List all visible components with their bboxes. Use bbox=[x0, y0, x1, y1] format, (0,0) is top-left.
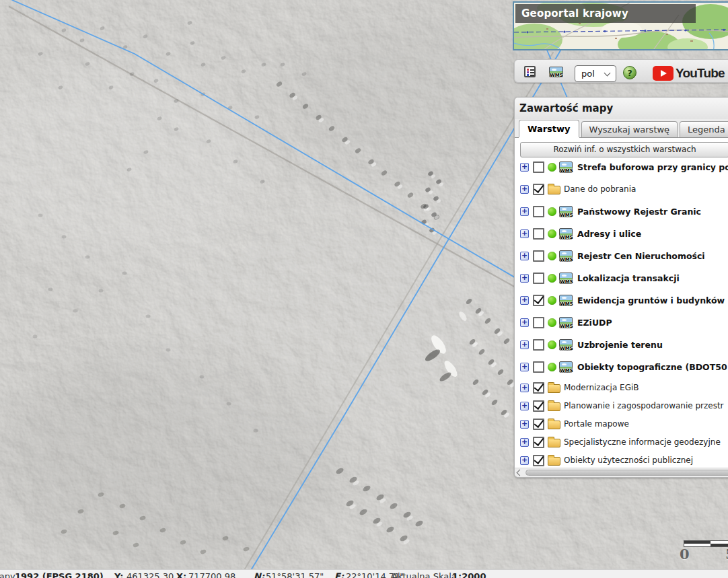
scale-label: Aktualna Skala bbox=[392, 571, 457, 578]
map-contents-icon[interactable] bbox=[524, 66, 536, 77]
layer-label[interactable]: Lokalizacja transakcji bbox=[577, 273, 680, 283]
status-dot-icon bbox=[548, 274, 556, 283]
layer-checkbox[interactable] bbox=[533, 206, 544, 217]
layer-checkbox[interactable] bbox=[533, 273, 544, 284]
tab[interactable]: Legenda bbox=[680, 121, 728, 137]
layer-label[interactable]: Dane do pobrania bbox=[564, 184, 636, 194]
layer-checkbox[interactable] bbox=[533, 437, 544, 448]
layer-row: +WMSUzbrojenie terenu bbox=[520, 336, 728, 353]
layer-label[interactable]: Adresy i ulice bbox=[577, 229, 641, 239]
scrollbar-thumb[interactable] bbox=[525, 470, 728, 476]
layer-checkbox[interactable] bbox=[533, 295, 544, 306]
expand-plus-icon[interactable]: + bbox=[520, 456, 529, 465]
expand-plus-icon[interactable]: + bbox=[520, 207, 529, 216]
layer-label[interactable]: Obiekty użyteczności publicznej bbox=[564, 456, 693, 465]
wms-icon: WMS bbox=[559, 228, 573, 240]
status-dot-icon bbox=[548, 340, 556, 349]
n-label: N: bbox=[254, 571, 264, 578]
layer-label[interactable]: Obiekty topograficzne (BDOT50 bbox=[577, 362, 727, 372]
expand-plus-icon[interactable]: + bbox=[520, 185, 529, 194]
expand-plus-icon[interactable]: + bbox=[520, 296, 529, 305]
wms-icon: WMS bbox=[559, 250, 573, 262]
layer-row: +Portale mapowe bbox=[520, 415, 728, 433]
layer-checkbox[interactable] bbox=[533, 339, 544, 351]
folder-icon bbox=[548, 384, 560, 393]
wms-icon: WMS bbox=[559, 161, 573, 173]
tab[interactable]: Wyszukaj warstwę bbox=[581, 121, 678, 137]
tab[interactable]: Warstwy bbox=[519, 120, 579, 137]
layer-row: +Specjalistyczne informacje geodezyjne bbox=[520, 433, 728, 451]
crs-value: 1992 (EPSG 2180) bbox=[15, 571, 104, 578]
status-dot-icon bbox=[548, 318, 556, 327]
wms-icon: WMS bbox=[559, 317, 573, 328]
youtube-link[interactable]: YouTube bbox=[653, 66, 725, 81]
layer-row: +Dane do pobrania bbox=[520, 180, 728, 198]
layer-checkbox[interactable] bbox=[533, 317, 544, 328]
help-button[interactable]: ? bbox=[623, 66, 636, 79]
layer-row: +WMSObiekty topograficzne (BDOT50 bbox=[520, 358, 728, 375]
overview-map[interactable]: Geoportal krajowy bbox=[513, 1, 728, 50]
scale-bar-right-value: 5 bbox=[725, 546, 728, 563]
wms-icon: WMS bbox=[559, 206, 573, 217]
expand-plus-icon[interactable]: + bbox=[520, 163, 529, 172]
layer-label[interactable]: Portale mapowe bbox=[564, 419, 629, 429]
status-bar: mapy 1992 (EPSG 2180) Y: 461325.30 X: 71… bbox=[0, 569, 728, 578]
expand-plus-icon[interactable]: + bbox=[520, 229, 529, 238]
layer-label[interactable]: Planowanie i zagospodarowanie przestr bbox=[564, 401, 724, 410]
folder-icon bbox=[548, 439, 560, 447]
layer-checkbox[interactable] bbox=[533, 184, 544, 195]
folder-icon bbox=[548, 186, 560, 194]
layer-label[interactable]: Specjalistyczne informacje geodezyjne bbox=[564, 437, 721, 447]
layer-row: +WMSEwidencja gruntów i budynków bbox=[520, 291, 728, 309]
layer-label[interactable]: Strefa buforowa przy granicy po bbox=[577, 162, 728, 172]
layer-checkbox[interactable] bbox=[533, 250, 544, 262]
layer-label[interactable]: Uzbrojenie terenu bbox=[577, 340, 663, 350]
expand-plus-icon[interactable]: + bbox=[520, 438, 529, 447]
layer-label[interactable]: Rejestr Cen Nieruchomości bbox=[577, 251, 705, 261]
tab-bar: WarstwyWyszukaj warstwęLegenda bbox=[515, 119, 728, 138]
layer-row: +WMSLokalizacja transakcji bbox=[520, 269, 728, 287]
scale-value: 1:2000 bbox=[452, 571, 486, 578]
layer-checkbox[interactable] bbox=[533, 361, 544, 373]
expand-plus-icon[interactable]: + bbox=[520, 420, 529, 429]
expand-plus-icon[interactable]: + bbox=[520, 318, 529, 327]
layer-label[interactable]: Modernizacja EGiB bbox=[564, 383, 639, 392]
expand-plus-icon[interactable]: + bbox=[520, 252, 529, 260]
layer-row: +Modernizacja EGiB bbox=[520, 379, 728, 396]
layer-label[interactable]: Ewidencja gruntów i budynków bbox=[577, 295, 725, 305]
n-value: 51°58'31.57" bbox=[266, 571, 324, 578]
layer-label[interactable]: Państwowy Rejestr Granic bbox=[577, 207, 701, 217]
y-label: Y: bbox=[114, 571, 123, 578]
language-select[interactable]: pol bbox=[575, 65, 616, 82]
layer-row: +WMSEZiUDP bbox=[520, 314, 728, 331]
x-label: X: bbox=[176, 571, 186, 578]
layer-label[interactable]: EZiUDP bbox=[577, 318, 612, 328]
layers-tab-content: Rozwiń inf. o wszystkich warstwach +WMSS… bbox=[515, 138, 728, 469]
layer-row: +Planowanie i zagospodarowanie przestr bbox=[520, 397, 728, 414]
expand-plus-icon[interactable]: + bbox=[520, 340, 529, 349]
expand-plus-icon[interactable]: + bbox=[520, 402, 529, 410]
youtube-play-icon bbox=[653, 66, 674, 81]
layer-checkbox[interactable] bbox=[533, 419, 544, 430]
expand-plus-icon[interactable]: + bbox=[520, 384, 529, 392]
wms-services-icon[interactable]: WMS bbox=[549, 67, 563, 77]
top-toolbar: WMS pol ? YouTube bbox=[514, 59, 728, 83]
status-dot-icon bbox=[548, 207, 556, 216]
x-value: 717700.98 bbox=[188, 571, 235, 578]
map-contents-panel: Zawartość mapy WarstwyWyszukaj warstwęLe… bbox=[514, 97, 728, 478]
layer-row: +WMSRejestr Cen Nieruchomości bbox=[520, 247, 728, 264]
chevron-down-icon bbox=[604, 70, 611, 77]
layer-checkbox[interactable] bbox=[533, 455, 544, 466]
chevron-left-icon[interactable] bbox=[517, 470, 523, 476]
layer-checkbox[interactable] bbox=[533, 382, 544, 394]
layer-row: +WMSPaństwowy Rejestr Granic bbox=[520, 203, 728, 220]
expand-all-layers-button[interactable]: Rozwiń inf. o wszystkich warstwach bbox=[520, 142, 728, 157]
layer-checkbox[interactable] bbox=[533, 400, 544, 412]
layer-checkbox[interactable] bbox=[533, 228, 544, 240]
horizontal-scrollbar[interactable] bbox=[515, 468, 728, 477]
wms-icon: WMS bbox=[559, 273, 573, 284]
layer-checkbox[interactable] bbox=[533, 161, 544, 173]
expand-plus-icon[interactable]: + bbox=[520, 274, 529, 283]
wms-icon: WMS bbox=[559, 361, 573, 373]
expand-plus-icon[interactable]: + bbox=[520, 363, 529, 371]
